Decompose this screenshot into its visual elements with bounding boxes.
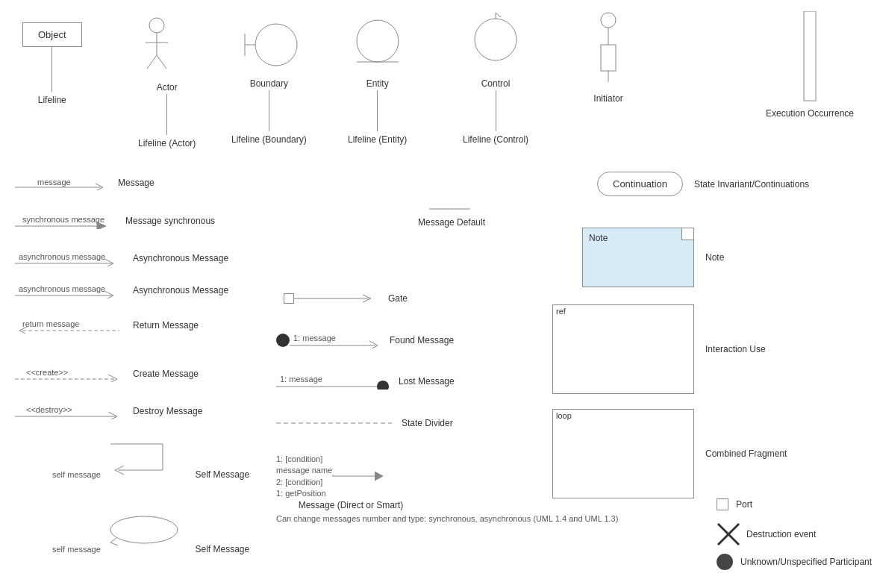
- svg-point-12: [601, 13, 616, 28]
- boundary-lifeline-label: Lifeline (Boundary): [231, 134, 307, 145]
- destroy-arrow: <<destroy>>: [15, 403, 127, 419]
- actor-lifeline-label: Lifeline (Actor): [138, 138, 196, 148]
- svg-point-10: [475, 19, 516, 60]
- execution-occurrence-item: Execution Occurrence: [750, 11, 870, 119]
- actor-symbol-label: Actor: [157, 82, 178, 93]
- initiator-item: Initiator: [590, 11, 627, 104]
- control-lifeline: [496, 90, 496, 131]
- note-label: Note: [705, 252, 724, 263]
- msg-default-label: Message Default: [418, 217, 485, 228]
- svg-text:<<create>>: <<create>>: [26, 368, 68, 377]
- svg-text:synchronous message: synchronous message: [22, 215, 104, 224]
- self-msg2-svg: [103, 511, 193, 552]
- object-box: Object: [22, 22, 82, 47]
- control-lifeline-label: Lifeline (Control): [463, 134, 528, 145]
- sync-arrow: synchronous message: [15, 213, 119, 229]
- gate-square: [284, 293, 294, 304]
- async-arrow1: asynchronous message: [15, 250, 127, 266]
- async-message-label2: Asynchronous Message: [133, 285, 228, 295]
- svg-point-5: [255, 24, 297, 66]
- ref-label: ref: [556, 307, 566, 316]
- continuation-label: Continuation: [613, 178, 667, 190]
- destruction-x-svg: [717, 522, 740, 546]
- note-item: Note Note: [582, 228, 724, 287]
- msg-direct-cond2: 2: [condition]: [276, 477, 332, 488]
- unknown-circle: [717, 554, 733, 570]
- exec-label: Execution Occurrence: [750, 108, 870, 119]
- boundary-svg: [239, 11, 299, 78]
- svg-text:return message: return message: [22, 319, 79, 328]
- svg-rect-14: [601, 45, 616, 71]
- async-arrow2: asynchronous message: [15, 282, 127, 298]
- message-label: Message: [118, 178, 155, 188]
- boundary-symbol-label: Boundary: [250, 78, 288, 89]
- gate-arrow: [294, 291, 384, 306]
- svg-line-4: [157, 55, 166, 69]
- msg-direct-name: message name: [276, 465, 332, 476]
- control-symbol-label: Control: [481, 78, 511, 89]
- destruction-event-item: Destruction event: [717, 522, 816, 546]
- self-message-row2: self message Self Message: [52, 511, 249, 554]
- combined-fragment-box: loop: [552, 409, 694, 498]
- svg-rect-16: [804, 11, 816, 101]
- msg-default-line: [429, 205, 474, 213]
- lifeline-line: [52, 47, 52, 92]
- return-arrow: return message: [15, 317, 127, 334]
- loop-label: loop: [556, 411, 572, 420]
- state-divider-item: State Divider: [276, 418, 453, 428]
- svg-point-42: [377, 381, 389, 390]
- found-message-label: Found Message: [390, 335, 454, 345]
- exec-svg: [799, 11, 821, 108]
- actor-lifeline: [166, 94, 167, 135]
- svg-line-3: [147, 55, 157, 69]
- msg-direct-label: Message (Direct or Smart): [276, 500, 425, 510]
- msg-direct-cond1: 1: [condition]: [276, 454, 332, 465]
- message-direct-item: 1: [condition] message name 2: [conditio…: [276, 454, 425, 525]
- control-item: Control Lifeline (Control): [463, 11, 528, 145]
- found-message-item: 1: message Found Message: [276, 332, 454, 348]
- initiator-svg: [590, 11, 627, 93]
- self-msg1-label: Self Message: [196, 469, 250, 480]
- self-msg1-text: self message: [52, 470, 101, 479]
- gate-label: Gate: [388, 293, 408, 304]
- message-default-item: Message Default: [418, 205, 485, 228]
- sync-message-row: synchronous message Message synchronous: [15, 213, 215, 229]
- message-arrow: message: [15, 175, 112, 190]
- svg-text:asynchronous message: asynchronous message: [19, 252, 105, 261]
- svg-text:<<destroy>>: <<destroy>>: [26, 405, 72, 414]
- lost-message-item: 1: message Lost Message: [276, 373, 455, 390]
- note-corner: [681, 228, 693, 240]
- self-msg1-svg: [103, 440, 193, 478]
- interaction-use-box: ref: [552, 304, 694, 394]
- create-message-label: Create Message: [133, 369, 199, 379]
- async-message-row2: asynchronous message Asynchronous Messag…: [15, 282, 228, 298]
- combined-fragment-item: loop Combined Fragment: [552, 409, 787, 498]
- can-change-label: Can change messages number and type: syn…: [276, 513, 425, 525]
- combined-fragment-label: Combined Fragment: [705, 448, 787, 459]
- async-message-label1: Asynchronous Message: [133, 253, 228, 263]
- return-message-label: Return Message: [133, 320, 199, 331]
- entity-symbol-label: Entity: [366, 78, 389, 89]
- self-message-row1: self message Self Message: [52, 440, 249, 480]
- destroy-message-label: Destroy Message: [133, 406, 202, 416]
- found-circle: [276, 334, 290, 347]
- entity-svg: [352, 11, 404, 78]
- msg-direct-arrow: [332, 454, 392, 498]
- create-message-row: <<create>> Create Message: [15, 366, 199, 382]
- svg-text:1: message: 1: message: [280, 375, 322, 384]
- unknown-participant-label: Unknown/Unspecified Participant: [740, 557, 872, 567]
- continuation-shape: Continuation: [597, 172, 683, 196]
- svg-point-0: [149, 18, 164, 33]
- unknown-participant-item: Unknown/Unspecified Participant: [717, 554, 872, 570]
- destruction-event-label: Destruction event: [746, 529, 816, 539]
- gate-item: Gate: [284, 291, 408, 306]
- continuation-item: Continuation State Invariant/Continuatio…: [597, 172, 809, 196]
- sync-message-label: Message synchronous: [125, 216, 215, 226]
- found-arrow: 1: message: [290, 332, 387, 348]
- state-divider-label: State Divider: [402, 418, 453, 428]
- svg-text:asynchronous message: asynchronous message: [19, 284, 105, 293]
- lost-message-label: Lost Message: [399, 376, 455, 387]
- note-text: Note: [589, 233, 608, 243]
- lost-arrow: 1: message: [276, 373, 396, 390]
- destroy-message-row: <<destroy>> Destroy Message: [15, 403, 202, 419]
